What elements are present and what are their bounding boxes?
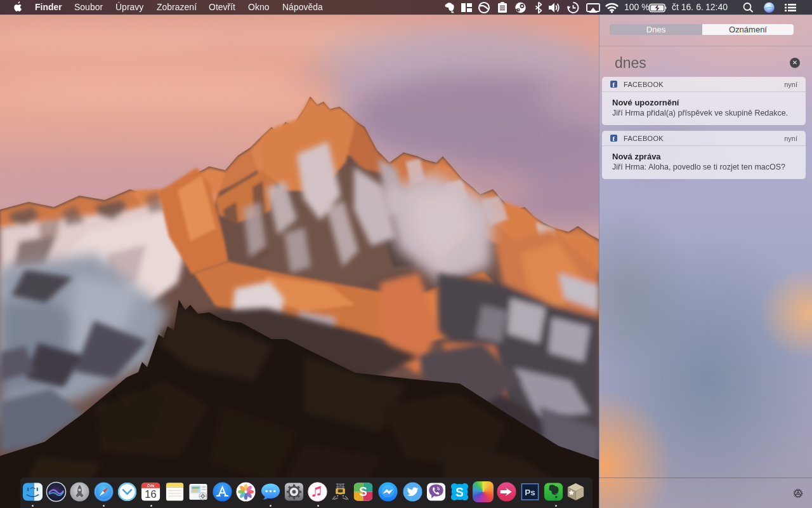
- svg-text:Ps: Ps: [525, 488, 535, 497]
- svg-text:S: S: [359, 485, 367, 498]
- svg-text:16: 16: [145, 488, 156, 500]
- svg-text:ČVN: ČVN: [147, 484, 154, 488]
- svg-text:S: S: [455, 485, 464, 499]
